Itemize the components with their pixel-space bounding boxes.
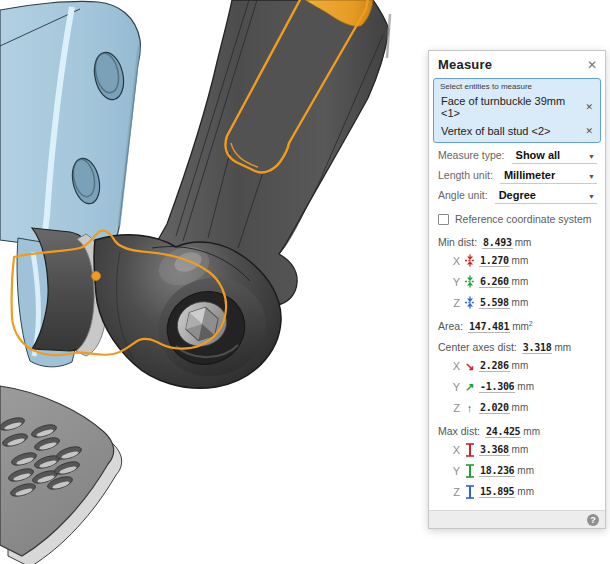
- measure-panel: Measure ✕ Select entities to measure Fac…: [428, 50, 606, 529]
- measure-type-dropdown[interactable]: Measure type: Show all ▼: [438, 149, 597, 164]
- center-axes-value: 3.318: [522, 342, 553, 354]
- reference-coordinate-checkbox-row[interactable]: Reference coordinate system: [438, 213, 597, 225]
- entity-name: Face of turnbuckle 39mm <1>: [441, 95, 584, 119]
- min-dist-icon: [463, 275, 476, 289]
- center-axes-dist-row: Center axes dist: 3.318 mm: [438, 341, 597, 355]
- dropdown-label: Measure type:: [438, 149, 505, 161]
- dropdown-label: Length unit:: [438, 169, 493, 181]
- arrow-down-right-icon: ↘: [463, 359, 476, 373]
- chevron-down-icon: ▼: [588, 193, 595, 200]
- min-dist-icon: [463, 254, 476, 268]
- extent-ibeam-icon: [463, 464, 476, 478]
- panel-title: Measure: [438, 57, 492, 72]
- max-dist-row: Max dist: 24.425 mm: [438, 425, 597, 439]
- max-dist-z-row: Z 15.895 mm: [438, 481, 597, 502]
- measurement-results: Min dist: 8.493 mm X 1.270 mm Y: [429, 227, 605, 510]
- extent-ibeam-icon: [463, 485, 476, 499]
- min-dist-icon: [463, 296, 476, 310]
- min-dist-value: 8.493: [482, 237, 513, 249]
- max-dist-label: Max dist:: [438, 425, 480, 437]
- center-axes-z-row: Z ↑ 2.020 mm: [438, 397, 597, 418]
- entity-name: Vertex of ball stud <2>: [441, 125, 550, 137]
- help-icon[interactable]: ?: [587, 514, 599, 526]
- min-dist-y-row: Y 6.260 mm: [438, 271, 597, 292]
- arrow-up-right-icon: ↗: [463, 380, 476, 394]
- extent-ibeam-icon: [463, 443, 476, 457]
- min-dist-x-row: X 1.270 mm: [438, 250, 597, 271]
- entity-selection-box[interactable]: Select entities to measure Face of turnb…: [433, 78, 601, 143]
- dropdown-value[interactable]: Degree: [499, 189, 536, 201]
- length-unit-dropdown[interactable]: Length unit: Millimeter ▼: [438, 169, 597, 184]
- chevron-down-icon: ▼: [588, 153, 595, 160]
- max-dist-x-row: X 3.368 mm: [438, 439, 597, 460]
- area-value: 147.481: [468, 321, 510, 333]
- entity-row[interactable]: Face of turnbuckle 39mm <1> ✕: [440, 92, 594, 122]
- remove-entity-icon[interactable]: ✕: [584, 126, 594, 136]
- dropdown-value[interactable]: Millimeter: [504, 169, 555, 181]
- measure-panel-header: Measure ✕: [429, 51, 605, 76]
- dropdown-value[interactable]: Show all: [516, 149, 561, 161]
- center-axes-y-row: Y ↗ -1.306 mm: [438, 376, 597, 397]
- entity-row[interactable]: Vertex of ball stud <2> ✕: [440, 122, 594, 140]
- min-dist-row: Min dist: 8.493 mm: [438, 236, 597, 250]
- angle-unit-dropdown[interactable]: Angle unit: Degree ▼: [438, 189, 597, 204]
- max-dist-y-row: Y 18.236 mm: [438, 460, 597, 481]
- arrow-up-icon: ↑: [463, 401, 476, 415]
- checkbox[interactable]: [438, 214, 449, 225]
- min-dist-label: Min dist:: [438, 236, 477, 248]
- center-axes-x-row: X ↘ 2.286 mm: [438, 355, 597, 376]
- center-axes-label: Center axes dist:: [438, 341, 517, 353]
- max-dist-value: 24.425: [485, 426, 521, 438]
- chevron-down-icon: ▼: [588, 173, 595, 180]
- close-icon[interactable]: ✕: [587, 59, 597, 71]
- entity-selection-label: Select entities to measure: [440, 82, 594, 91]
- remove-entity-icon[interactable]: ✕: [584, 102, 594, 112]
- area-label: Area:: [438, 320, 463, 332]
- perforated-disc-part[interactable]: [0, 386, 122, 564]
- panel-footer: ?: [429, 510, 605, 528]
- min-dist-z-row: Z 5.598 mm: [438, 292, 597, 313]
- checkbox-label: Reference coordinate system: [455, 213, 592, 225]
- dropdown-label: Angle unit:: [438, 189, 488, 201]
- area-row: Area: 147.481 mm2: [438, 320, 597, 334]
- cad-viewport: Measure ✕ Select entities to measure Fac…: [0, 0, 610, 564]
- selected-vertex-dot[interactable]: [92, 272, 101, 281]
